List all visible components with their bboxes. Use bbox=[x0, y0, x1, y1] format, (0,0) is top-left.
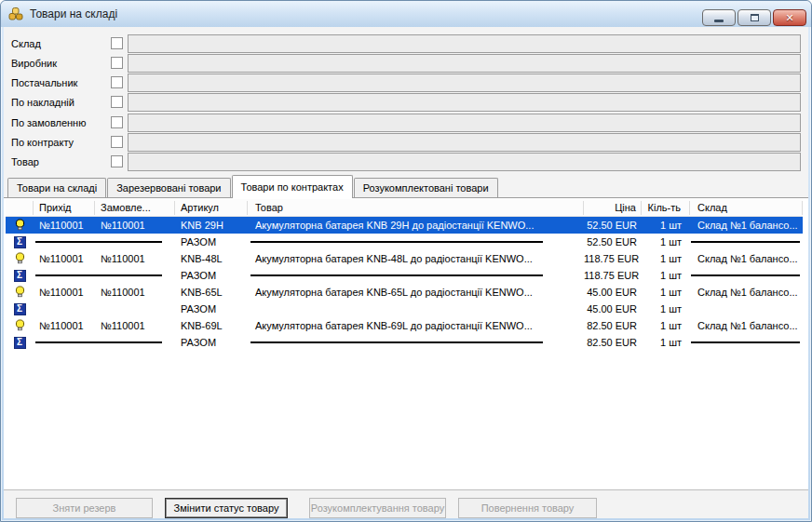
filter-row-tovar: Товар bbox=[4, 153, 808, 171]
cell-tovar: Акумуляторна батарея KNB-65L до радіоста… bbox=[248, 287, 584, 298]
table-row[interactable]: №110001 №110001 KNB-65L Акумуляторна бат… bbox=[6, 284, 803, 301]
cell-zamovlennya: №110001 bbox=[95, 253, 175, 264]
rozukomplektuvannya-tovaru-button[interactable]: Розукомплектування товару bbox=[309, 498, 446, 518]
total-row[interactable]: Σ РАЗОМ 45.00 EUR 1 шт bbox=[6, 301, 803, 317]
tovar-input[interactable] bbox=[128, 153, 801, 171]
cell-kilkist: 1 шт bbox=[642, 220, 690, 231]
zamovlennya-checkbox[interactable] bbox=[111, 116, 123, 128]
cell-kilkist: 1 шт bbox=[642, 303, 690, 315]
sklad-checkbox[interactable] bbox=[111, 37, 123, 49]
postachalnyk-input[interactable] bbox=[128, 74, 801, 92]
sigma-icon: Σ bbox=[14, 270, 26, 282]
sklad-input[interactable] bbox=[128, 34, 801, 53]
filter-label: По замовленню bbox=[11, 114, 86, 132]
cell-prihid: №110001 bbox=[34, 320, 95, 331]
app-window: Товари на складі ✕ Склад Виробник Постач… bbox=[0, 0, 812, 522]
total-row[interactable]: Σ РАЗОМ 82.50 EUR 1 шт bbox=[6, 334, 803, 351]
dash-line bbox=[250, 341, 543, 343]
cell-artikul: РАЗОМ bbox=[175, 236, 248, 248]
filter-row-postachalnyk: Постачальник bbox=[4, 74, 808, 92]
filter-label: По контракту bbox=[11, 133, 74, 152]
col-header-zamovlennya[interactable]: Замовле... bbox=[95, 201, 175, 215]
col-header-icon[interactable] bbox=[6, 201, 34, 215]
total-row[interactable]: Σ РАЗОМ 52.50 EUR 1 шт bbox=[6, 234, 803, 250]
tab-zarezervovani-tovary[interactable]: Зарезервовані товари bbox=[107, 178, 230, 197]
cell-cina: 45.00 EUR bbox=[584, 287, 642, 298]
cell-sklad: Склад №1 балансо... bbox=[690, 287, 803, 298]
filter-row-sklad: Склад bbox=[4, 34, 808, 53]
total-row[interactable]: Σ РАЗОМ 118.75 EUR 1 шт bbox=[6, 267, 803, 284]
cell-artikul: KNB-48L bbox=[175, 253, 248, 264]
tab-rozukomplektovani-tovary[interactable]: Розукомплектовані товари bbox=[354, 178, 498, 197]
table-header: Прихід Замовле... Артикул Товар Ціна Кіл… bbox=[6, 199, 803, 217]
table-row[interactable]: №110001 №110001 KNB-48L Акумуляторна бат… bbox=[6, 250, 803, 267]
col-header-kilkist[interactable]: Кіль-ть bbox=[642, 201, 690, 215]
bulb-icon bbox=[6, 252, 34, 265]
filter-label: Виробник bbox=[11, 54, 57, 73]
cell-cina: 118.75 EUR bbox=[584, 253, 642, 264]
col-header-sklad[interactable]: Склад bbox=[690, 201, 803, 215]
vyrobnyk-input[interactable] bbox=[128, 54, 801, 73]
tab-tovary-na-skladi[interactable]: Товари на складі bbox=[7, 178, 106, 197]
cell-zamovlennya: №110001 bbox=[95, 220, 175, 231]
filter-row-zamovlennya: По замовленню bbox=[4, 114, 808, 132]
bulb-icon bbox=[6, 219, 34, 232]
cell-cina: 118.75 EUR bbox=[584, 270, 642, 281]
cell-prihid: №110001 bbox=[34, 287, 95, 298]
cell-kilkist: 1 шт bbox=[642, 270, 690, 281]
tab-tovary-po-kontraktakh[interactable]: Товари по контрактах bbox=[232, 175, 353, 198]
nakladna-checkbox[interactable] bbox=[111, 96, 123, 108]
titlebar[interactable]: Товари на складі ✕ bbox=[1, 1, 811, 27]
sigma-icon: Σ bbox=[14, 236, 26, 248]
cell-tovar: Акумуляторна батарея KNB-48L до радіоста… bbox=[248, 253, 584, 264]
close-icon: ✕ bbox=[785, 13, 793, 23]
maximize-icon bbox=[751, 14, 759, 21]
dash-line bbox=[250, 274, 543, 276]
dash-line bbox=[35, 341, 162, 343]
col-header-tovar[interactable]: Товар bbox=[248, 201, 584, 215]
cell-artikul: KNB-65L bbox=[175, 287, 248, 298]
povernennya-tovaru-button[interactable]: Повернення товару bbox=[458, 498, 597, 518]
contracts-table: Прихід Замовле... Артикул Товар Ціна Кіл… bbox=[6, 199, 803, 351]
filter-label: Склад bbox=[11, 34, 41, 53]
window-title: Товари на складі bbox=[30, 7, 117, 20]
kontrakt-checkbox[interactable] bbox=[111, 136, 123, 148]
minimize-icon bbox=[714, 20, 724, 22]
cell-zamovlennya: №110001 bbox=[95, 287, 175, 298]
cell-cina: 45.00 EUR bbox=[584, 303, 642, 315]
cell-sklad: Склад №1 балансо... bbox=[690, 320, 803, 331]
zminyty-status-tovaru-button[interactable]: Змінити статус товару bbox=[165, 498, 288, 518]
cell-cina: 82.50 EUR bbox=[584, 320, 642, 331]
nakladna-input[interactable] bbox=[128, 93, 801, 112]
maximize-button[interactable] bbox=[738, 9, 771, 26]
postachalnyk-checkbox[interactable] bbox=[111, 76, 123, 88]
close-button[interactable]: ✕ bbox=[773, 9, 806, 26]
col-header-cina[interactable]: Ціна bbox=[584, 201, 642, 215]
tovar-checkbox[interactable] bbox=[111, 155, 123, 167]
cell-cina: 82.50 EUR bbox=[584, 337, 642, 348]
table-row[interactable]: №110001 №110001 KNB-69L Акумуляторна бат… bbox=[6, 317, 803, 334]
znyaty-rezerv-button[interactable]: Зняти резерв bbox=[16, 498, 153, 518]
cell-cina: 52.50 EUR bbox=[584, 220, 642, 231]
cell-zamovlennya: №110001 bbox=[95, 320, 175, 331]
cell-tovar: Акумуляторна батарея KNB 29H до радіоста… bbox=[248, 220, 584, 231]
dash-line bbox=[691, 341, 800, 343]
cell-prihid: №110001 bbox=[34, 220, 95, 231]
col-header-prihid[interactable]: Прихід bbox=[34, 201, 95, 215]
cell-kilkist: 1 шт bbox=[642, 287, 690, 298]
zamovlennya-input[interactable] bbox=[128, 114, 801, 132]
cell-prihid: №110001 bbox=[34, 253, 95, 264]
col-header-artikul[interactable]: Артикул bbox=[175, 201, 248, 215]
cell-kilkist: 1 шт bbox=[642, 320, 690, 331]
kontrakt-input[interactable] bbox=[128, 133, 801, 152]
minimize-button[interactable] bbox=[702, 9, 736, 26]
client-area: Склад Виробник Постачальник По накладній bbox=[4, 27, 808, 518]
cell-sklad: Склад №1 балансо... bbox=[690, 220, 803, 231]
footer-bar: Зняти резерв Змінити статус товару Розук… bbox=[4, 489, 808, 518]
vyrobnyk-checkbox[interactable] bbox=[111, 57, 123, 69]
filter-row-vyrobnyk: Виробник bbox=[4, 54, 808, 73]
dash-line bbox=[691, 274, 800, 276]
cell-kilkist: 1 шт bbox=[642, 236, 690, 248]
sigma-icon: Σ bbox=[14, 303, 26, 315]
table-row[interactable]: №110001 №110001 KNB 29H Акумуляторна бат… bbox=[6, 217, 803, 234]
